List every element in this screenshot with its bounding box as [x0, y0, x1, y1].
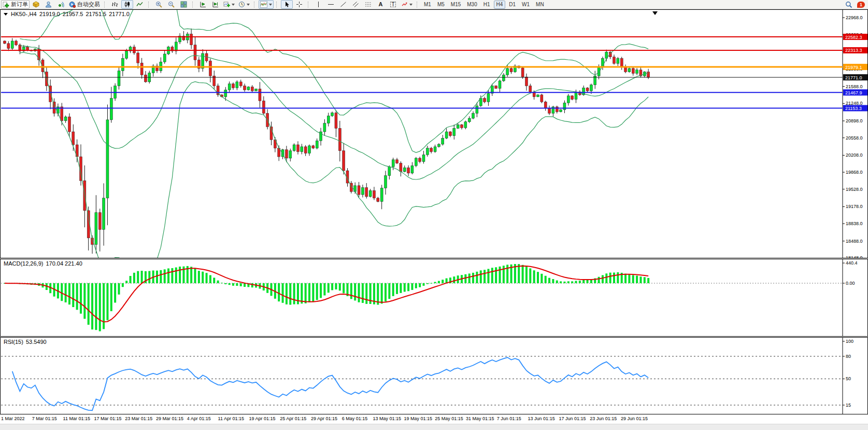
tile-windows-icon — [180, 1, 187, 8]
market-watch-button[interactable] — [30, 0, 42, 9]
macd-canvas[interactable]: 440.40.00-1102.21 — [1, 259, 867, 336]
toolbar-separator — [308, 2, 310, 8]
new-chart-button[interactable] — [222, 0, 236, 9]
time-axis-label: 6 May 01:15 — [342, 416, 368, 421]
svg-text:18148.0: 18148.0 — [846, 255, 863, 258]
svg-text:20208.0: 20208.0 — [846, 152, 863, 158]
profile-button[interactable] — [42, 0, 54, 9]
svg-text:21771.0: 21771.0 — [845, 75, 862, 80]
time-axis-label: 29 Apr 01:15 — [311, 416, 337, 421]
timeframe-h1-button[interactable]: H1 — [481, 1, 493, 9]
time-axis-label: 13 May 01:15 — [373, 416, 402, 421]
timeframe-m5-button[interactable]: M5 — [435, 1, 447, 9]
toolbar-separator — [192, 2, 195, 8]
indicators-button[interactable] — [259, 0, 274, 9]
time-axis-label: 1 Mar 2022 — [1, 416, 25, 421]
vertical-line-icon — [316, 1, 321, 8]
macd-label: MACD(12,26,9) 170.04 221.40 — [4, 260, 82, 267]
cursor-button[interactable] — [281, 0, 293, 9]
text-label-button[interactable]: T — [387, 0, 399, 9]
svg-text:0.00: 0.00 — [846, 281, 855, 286]
text-label-icon: T — [390, 2, 395, 7]
gold-cube-icon — [33, 1, 39, 8]
zoom-out-button[interactable] — [165, 0, 177, 9]
horizontal-line-button[interactable] — [325, 0, 337, 9]
timeframe-m15-button[interactable]: M15 — [448, 1, 463, 9]
signals-button[interactable] — [55, 0, 67, 9]
one-click-trading-icon[interactable] — [4, 13, 8, 16]
arrows-tool-button[interactable] — [400, 0, 414, 9]
bar-chart-button[interactable] — [109, 0, 121, 9]
chevron-down-icon — [232, 4, 235, 6]
time-axis-label: 4 Apr 01:15 — [187, 416, 211, 421]
signal-icon — [58, 1, 64, 8]
rsi-name: RSI(15) — [4, 339, 23, 345]
time-axis-label: 11 Mar 01:15 — [63, 416, 90, 421]
svg-text:50: 50 — [846, 376, 851, 381]
fibonacci-button[interactable] — [362, 0, 374, 9]
notifications-button[interactable]: 1 — [855, 0, 867, 9]
text-tool-icon: A — [379, 2, 383, 7]
svg-text:22582.3: 22582.3 — [845, 35, 862, 40]
svg-text:80: 80 — [846, 354, 851, 359]
ohlc-bars-icon — [111, 1, 118, 8]
text-tool-button[interactable]: A — [375, 0, 387, 9]
svg-text:19528.0: 19528.0 — [846, 187, 863, 192]
new-chart-icon — [223, 1, 230, 8]
ohlc-low: 21751.5 — [86, 11, 106, 17]
svg-text:19868.0: 19868.0 — [846, 170, 863, 175]
svg-text:15: 15 — [846, 403, 851, 408]
search-button[interactable] — [843, 0, 855, 9]
new-order-button[interactable]: 新订单 — [1, 0, 30, 9]
price-chart-canvas[interactable]: 22968.022628.022288.021938.021588.021248… — [1, 10, 867, 258]
time-axis-label: 19 May 01:15 — [404, 416, 432, 421]
chevron-down-icon — [269, 4, 272, 6]
trendline-button[interactable] — [337, 0, 349, 9]
crosshair-button[interactable] — [293, 0, 305, 9]
macd-pane[interactable]: 440.40.00-1102.21 MACD(12,26,9) 170.04 2… — [0, 259, 868, 337]
equidistant-channel-button[interactable] — [350, 0, 362, 9]
toolbar-separator — [104, 2, 107, 8]
chart-window: 22968.022628.022288.021938.021588.021248… — [0, 9, 868, 430]
svg-text:22313.3: 22313.3 — [845, 48, 862, 53]
time-axis[interactable]: 1 Mar 20227 Mar 01:1511 Mar 01:1517 Mar … — [0, 414, 868, 424]
main-chart-pane[interactable]: 22968.022628.022288.021938.021588.021248… — [0, 9, 868, 258]
line-chart-button[interactable] — [134, 0, 146, 9]
time-axis-label: 13 Jun 01:15 — [528, 416, 555, 421]
autotrade-button[interactable]: 自动交易 — [67, 0, 102, 9]
bottom-strip — [0, 424, 868, 430]
timeframe-d1-button[interactable]: D1 — [506, 1, 518, 9]
macd-values: 170.04 221.40 — [46, 260, 82, 267]
auto-scroll-button[interactable] — [197, 0, 209, 9]
svg-text:18488.0: 18488.0 — [846, 239, 863, 244]
rsi-pane[interactable]: 100805015 RSI(15) 53.5490 — [0, 337, 868, 414]
zoom-in-button[interactable] — [153, 0, 165, 9]
tile-windows-button[interactable] — [178, 0, 190, 9]
timeframe-mn-button[interactable]: MN — [533, 1, 547, 9]
ohlc-close: 21771.0 — [109, 11, 130, 17]
candlestick-chart-button[interactable] — [121, 0, 133, 9]
timeframe-h4-button[interactable]: H4 — [494, 1, 506, 9]
chart-shift-button[interactable] — [209, 0, 221, 9]
timeframe-m1-button[interactable]: M1 — [421, 1, 434, 9]
chevron-down-icon — [247, 4, 250, 6]
symbol-period: HK50-,H4 — [11, 11, 37, 17]
rsi-canvas[interactable]: 100805015 — [1, 338, 867, 414]
vertical-line-button[interactable] — [312, 0, 324, 9]
ohlc-high: 21957.5 — [63, 11, 83, 17]
search-icon — [845, 1, 852, 8]
period-clock-button[interactable] — [237, 0, 251, 9]
timeframe-m30-button[interactable]: M30 — [464, 1, 479, 9]
toolbar: 新订单 自动交易 — [0, 0, 868, 9]
time-axis-label: 23 Jun 01:15 — [590, 416, 617, 421]
chart-shift-icon — [212, 1, 219, 8]
timeframe-group: M1M5M15M30H1H4D1W1MN — [421, 1, 547, 9]
time-axis-label: 19 Apr 01:15 — [249, 416, 275, 421]
svg-text:21467.9: 21467.9 — [845, 90, 862, 95]
timeframe-w1-button[interactable]: W1 — [519, 1, 532, 9]
clock-icon — [238, 1, 245, 8]
fibonacci-icon — [365, 1, 372, 8]
toolbar-separator — [254, 2, 257, 8]
cursor-icon — [283, 1, 290, 8]
autotrade-label: 自动交易 — [77, 1, 100, 8]
